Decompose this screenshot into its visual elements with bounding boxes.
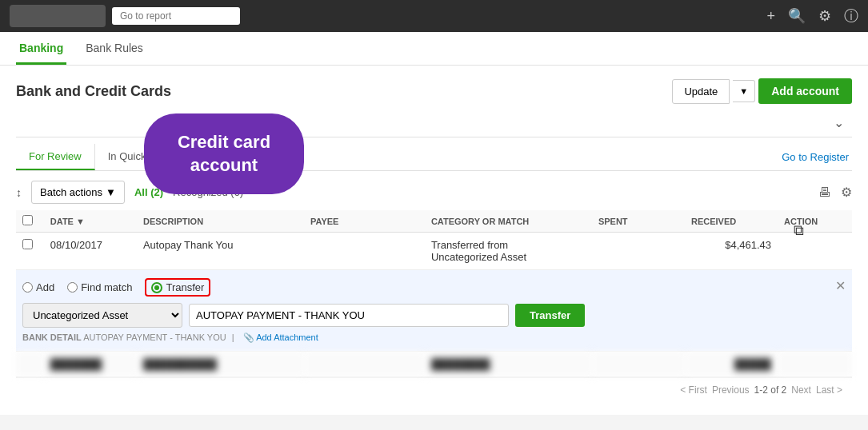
- blurred-cell-6: [592, 352, 685, 377]
- close-expanded-button[interactable]: ✕: [835, 278, 846, 293]
- account-select[interactable]: Uncategorized Asset: [22, 303, 182, 328]
- blurred-cell-3: ██████████: [137, 352, 304, 377]
- col-header-check: [16, 210, 44, 233]
- bank-detail-separator: |: [232, 332, 234, 342]
- transfer-highlight-box: Transfer: [145, 278, 210, 297]
- main-content: Bank and Credit Cards Update ▼ Add accou…: [0, 66, 868, 415]
- row-checkbox[interactable]: [22, 239, 33, 249]
- add-attachment-link[interactable]: 📎 Add Attachment: [243, 332, 318, 342]
- col-header-received: RECEIVED: [685, 210, 778, 233]
- radio-add-text: Add: [36, 281, 54, 293]
- col-header-category: CATEGORY OR MATCH: [425, 210, 592, 233]
- page-title: Bank and Credit Cards: [16, 83, 171, 100]
- blurred-cell-4: [304, 352, 425, 377]
- batch-actions-dropdown-icon: ▼: [106, 186, 116, 198]
- blurred-cell-2: ███████: [44, 352, 137, 377]
- settings-icon[interactable]: ⚙: [841, 185, 852, 200]
- expanded-content: Add Find match: [22, 278, 585, 343]
- update-dropdown-button[interactable]: ▼: [733, 80, 755, 102]
- transfer-action-button[interactable]: Transfer: [515, 304, 585, 327]
- subnav-banking[interactable]: Banking: [16, 34, 66, 65]
- plus-icon[interactable]: +: [766, 8, 775, 25]
- blurred-cell-1: [16, 352, 44, 377]
- radio-transfer-label[interactable]: Transfer: [166, 281, 204, 293]
- transfer-radio-selected: [151, 282, 162, 293]
- search-input[interactable]: [112, 7, 240, 25]
- toolbar-row: ↕ Batch actions ▼ All (2) Recognized (0)…: [16, 171, 852, 210]
- col-header-spent: SPENT: [592, 210, 685, 233]
- table-header-row: DATE ▼ DESCRIPTION PAYEE CATEGORY OR MAT…: [16, 210, 852, 233]
- row-description: Autopay Thank You: [137, 233, 304, 270]
- header-actions: Update ▼ Add account: [672, 78, 852, 104]
- subnav-bank-rules[interactable]: Bank Rules: [82, 34, 146, 65]
- top-nav-icons: + 🔍 ⚙ ⓘ: [766, 6, 858, 26]
- bank-detail: BANK DETAIL AUTOPAY PAYMENT - THANK YOU …: [22, 332, 585, 343]
- radio-add-label[interactable]: Add: [22, 281, 54, 293]
- toolbar-right: 🖶 ⚙: [818, 185, 852, 200]
- radio-add[interactable]: [22, 282, 33, 293]
- pagination-first[interactable]: < First: [680, 384, 707, 396]
- search-bar[interactable]: [112, 7, 240, 25]
- col-header-date[interactable]: DATE ▼: [44, 210, 137, 233]
- row-checkbox-cell: [16, 233, 44, 270]
- row-action: [778, 233, 852, 270]
- radio-find-match-label[interactable]: Find match: [67, 281, 132, 293]
- col-header-action: ACTION: [778, 210, 852, 233]
- print-icon[interactable]: 🖶: [818, 185, 831, 200]
- batch-actions-button[interactable]: Batch actions ▼: [31, 181, 125, 204]
- sort-icon[interactable]: ↕: [16, 186, 22, 199]
- col-header-description: DESCRIPTION: [137, 210, 304, 233]
- tab-for-review[interactable]: For Review: [16, 144, 95, 170]
- bank-detail-label: BANK DETAIL: [22, 332, 82, 342]
- app-logo: [10, 5, 106, 27]
- expanded-row-cell: Add Find match: [16, 270, 852, 352]
- row-spent: [592, 233, 685, 270]
- help-icon[interactable]: ⓘ: [844, 6, 858, 26]
- radio-find-match[interactable]: [67, 282, 78, 293]
- expanded-row: Add Find match: [16, 270, 852, 352]
- table-row: 08/10/2017 Autopay Thank You Transferred…: [16, 233, 852, 270]
- radio-transfer-text: Transfer: [166, 281, 204, 293]
- radio-find-match-text: Find match: [81, 281, 132, 293]
- batch-actions-label: Batch actions: [40, 186, 102, 198]
- input-row: Uncategorized Asset Transfer: [22, 303, 585, 328]
- pagination: < First Previous 1-2 of 2 Next Last >: [16, 377, 852, 402]
- category-text: Transferred fromUncategorized Asset: [431, 239, 526, 263]
- select-all-checkbox[interactable]: [22, 215, 33, 225]
- row-payee: [304, 233, 425, 270]
- tabs-row: For Review In QuickBooks Excluded Go to …: [16, 144, 852, 171]
- credit-card-tooltip: Credit card account: [144, 113, 304, 194]
- bank-detail-value: AUTOPAY PAYMENT - THANK YOU: [83, 332, 226, 342]
- row-date: 08/10/2017: [44, 233, 137, 270]
- go-to-register-link[interactable]: Go to Register: [782, 151, 852, 163]
- blurred-cell-5: ████████: [425, 352, 592, 377]
- page-header: Bank and Credit Cards Update ▼ Add accou…: [16, 78, 852, 104]
- add-account-button[interactable]: Add account: [758, 78, 852, 104]
- row-received: $4,461.43: [685, 233, 778, 270]
- blurred-cell-7: █████: [685, 352, 778, 377]
- row-category: Transferred fromUncategorized Asset: [425, 233, 592, 270]
- update-button[interactable]: Update: [672, 79, 730, 104]
- radio-options: Add Find match: [22, 278, 585, 297]
- search-icon[interactable]: 🔍: [788, 7, 806, 25]
- sub-nav: Banking Bank Rules: [0, 32, 868, 66]
- chevron-down-icon[interactable]: ⌄: [16, 112, 852, 137]
- pagination-last[interactable]: Last >: [816, 384, 842, 396]
- col-header-payee: PAYEE: [304, 210, 425, 233]
- transfer-radio-inner: [154, 285, 159, 290]
- blurred-cell-8: [778, 352, 852, 377]
- memo-input[interactable]: [189, 304, 509, 327]
- blurred-row: ███████ ██████████ ████████ █████: [16, 352, 852, 377]
- top-nav: + 🔍 ⚙ ⓘ: [0, 0, 868, 32]
- gear-icon[interactable]: ⚙: [818, 7, 831, 25]
- pagination-previous[interactable]: Previous: [712, 384, 750, 396]
- pagination-next[interactable]: Next: [791, 384, 811, 396]
- pagination-range: 1-2 of 2: [754, 384, 787, 396]
- transactions-table: DATE ▼ DESCRIPTION PAYEE CATEGORY OR MAT…: [16, 210, 852, 377]
